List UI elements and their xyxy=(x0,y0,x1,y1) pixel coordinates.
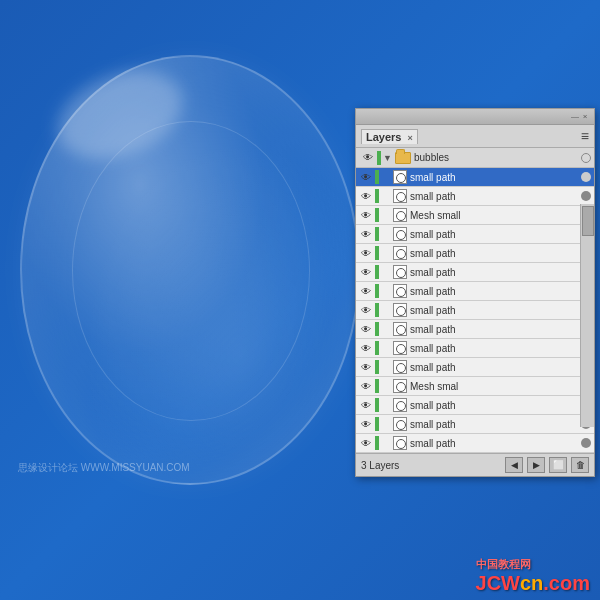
eye-icon[interactable]: 👁 xyxy=(359,417,373,431)
layer-row[interactable]: 👁small path xyxy=(356,320,594,339)
layer-name: small path xyxy=(410,267,581,278)
layer-row[interactable]: 👁Mesh smal xyxy=(356,377,594,396)
eye-icon[interactable]: 👁 xyxy=(359,341,373,355)
layers-header: Layers × ≡ xyxy=(356,125,594,148)
eye-icon[interactable]: 👁 xyxy=(359,436,373,450)
next-layer-button[interactable]: ▶ xyxy=(527,457,545,473)
layer-name: small path xyxy=(410,362,581,373)
layer-thumbnail xyxy=(393,398,407,412)
layer-name: small path xyxy=(410,343,581,354)
layer-name: small path xyxy=(410,172,581,183)
layer-row[interactable]: 👁small path xyxy=(356,339,594,358)
visibility-bar xyxy=(375,170,379,184)
layer-row[interactable]: 👁small path xyxy=(356,187,594,206)
eye-icon[interactable]: 👁 xyxy=(359,322,373,336)
logo-suffix: .com xyxy=(543,572,590,594)
layer-thumbnail xyxy=(393,227,407,241)
panel-menu-icon[interactable]: ≡ xyxy=(581,128,589,144)
layer-name: small path xyxy=(410,324,581,335)
watermark-text: 思缘设计论坛 WWW.MISSYUAN.COM xyxy=(18,461,190,475)
layer-name: small path xyxy=(410,229,581,240)
scrollbar-thumb[interactable] xyxy=(582,206,594,236)
logo-line1: 中国教程网 xyxy=(476,557,590,572)
visibility-bar xyxy=(375,360,379,374)
eye-icon[interactable]: 👁 xyxy=(359,284,373,298)
layer-thumbnail xyxy=(393,170,407,184)
layer-dot xyxy=(581,191,591,201)
layer-name: Mesh small xyxy=(410,210,581,221)
layer-row[interactable]: 👁small path xyxy=(356,301,594,320)
layer-thumbnail xyxy=(393,189,407,203)
eye-icon[interactable]: 👁 xyxy=(359,208,373,222)
eye-icon[interactable]: 👁 xyxy=(359,170,373,184)
layer-thumbnail xyxy=(393,322,407,336)
layer-thumbnail xyxy=(393,341,407,355)
layer-row[interactable]: 👁small path xyxy=(356,168,594,187)
layer-thumbnail xyxy=(393,284,407,298)
layer-row[interactable]: 👁small path xyxy=(356,244,594,263)
layers-count-label: 3 Layers xyxy=(361,460,501,471)
visibility-bar xyxy=(375,341,379,355)
layer-thumbnail xyxy=(393,208,407,222)
layer-row[interactable]: 👁small path xyxy=(356,225,594,244)
eye-icon[interactable]: 👁 xyxy=(359,303,373,317)
layer-thumbnail xyxy=(393,436,407,450)
layer-row[interactable]: 👁Mesh small xyxy=(356,206,594,225)
logo-line2: JCWcn.com xyxy=(476,572,590,595)
eye-icon[interactable]: 👁 xyxy=(359,227,373,241)
eye-icon[interactable]: 👁 xyxy=(359,246,373,260)
group-folder-icon xyxy=(395,152,411,164)
layer-row[interactable]: 👁small path xyxy=(356,263,594,282)
layers-container: 👁small path👁small path👁Mesh small👁small … xyxy=(356,168,594,453)
eye-icon[interactable]: 👁 xyxy=(359,265,373,279)
logo-cn: cn xyxy=(520,572,543,594)
layer-thumbnail xyxy=(393,417,407,431)
visibility-bar xyxy=(375,189,379,203)
close-button[interactable]: × xyxy=(580,112,590,122)
group-arrow-icon[interactable]: ▼ xyxy=(383,153,395,163)
layer-name: small path xyxy=(410,400,581,411)
visibility-bar xyxy=(375,208,379,222)
group-green-bar xyxy=(377,151,381,165)
layers-scrollbar[interactable] xyxy=(580,204,594,427)
delete-layer-button[interactable]: 🗑 xyxy=(571,457,589,473)
layer-thumbnail xyxy=(393,360,407,374)
new-layer-button[interactable]: ⬜ xyxy=(549,457,567,473)
prev-layer-button[interactable]: ◀ xyxy=(505,457,523,473)
group-row[interactable]: 👁 ▼ bubbles xyxy=(356,148,594,168)
layer-row[interactable]: 👁small path xyxy=(356,396,594,415)
visibility-bar xyxy=(375,322,379,336)
layers-titlebar: — × xyxy=(356,109,594,125)
visibility-bar xyxy=(375,417,379,431)
minimize-button[interactable]: — xyxy=(570,112,580,122)
layer-row[interactable]: 👁small path xyxy=(356,358,594,377)
layer-name: small path xyxy=(410,191,581,202)
visibility-bar xyxy=(375,436,379,450)
group-eye-icon[interactable]: 👁 xyxy=(361,151,375,165)
layer-name: small path xyxy=(410,248,581,259)
visibility-bar xyxy=(375,398,379,412)
eye-icon[interactable]: 👁 xyxy=(359,379,373,393)
layer-row[interactable]: 👁small path xyxy=(356,415,594,434)
visibility-bar xyxy=(375,303,379,317)
eye-icon[interactable]: 👁 xyxy=(359,360,373,374)
eye-icon[interactable]: 👁 xyxy=(359,398,373,412)
layer-row[interactable]: 👁small path xyxy=(356,434,594,453)
visibility-bar xyxy=(375,284,379,298)
layers-panel: — × Layers × ≡ 👁 ▼ bubbles 👁small path👁s… xyxy=(355,108,595,477)
eye-icon[interactable]: 👁 xyxy=(359,189,373,203)
layer-name: small path xyxy=(410,419,581,430)
layer-dot xyxy=(581,438,591,448)
layer-name: small path xyxy=(410,286,581,297)
layer-row[interactable]: 👁small path xyxy=(356,282,594,301)
layer-name: small path xyxy=(410,305,581,316)
group-dot xyxy=(581,153,591,163)
layers-bottombar: 3 Layers ◀ ▶ ⬜ 🗑 xyxy=(356,453,594,476)
visibility-bar xyxy=(375,379,379,393)
layer-name: small path xyxy=(410,438,581,449)
layers-tab[interactable]: Layers × xyxy=(361,129,418,144)
layer-name: Mesh smal xyxy=(410,381,581,392)
bottom-logo: 中国教程网 JCWcn.com xyxy=(476,557,590,595)
logo-jcw: JCW xyxy=(476,572,520,594)
tab-close-icon[interactable]: × xyxy=(408,133,413,143)
